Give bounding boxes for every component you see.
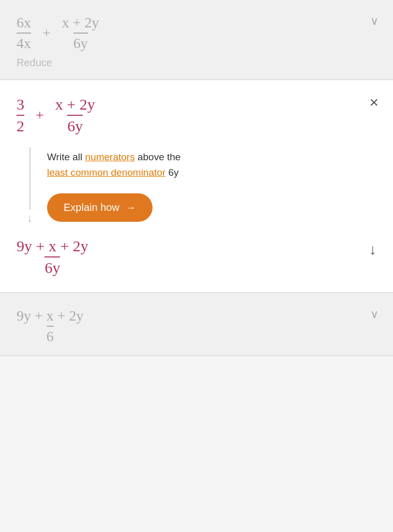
vertical-line: [29, 147, 31, 209]
step-text-part2: above the: [135, 151, 181, 162]
numerators-link[interactable]: numerators: [85, 151, 135, 162]
top-chevron-button[interactable]: ∨: [370, 14, 379, 28]
top-collapsed-section: ∨ 6x 4x + x + 2y 6y Reduce: [0, 0, 393, 80]
download-button[interactable]: ↓: [369, 241, 376, 258]
step-text-part1: Write all: [47, 151, 85, 162]
bottom-chevron-button[interactable]: ∨: [370, 308, 379, 321]
top-frac1-numerator: 6x: [17, 14, 31, 33]
result-fraction: 9y + x + 2y 6y: [17, 237, 88, 277]
top-fraction-2: x + 2y 6y: [62, 14, 99, 52]
active-fraction-1: 3 2: [17, 96, 24, 135]
close-button[interactable]: ×: [369, 95, 379, 110]
step-text-part3: 6y: [165, 167, 178, 178]
active-fraction-2: x + 2y 6y: [55, 96, 95, 135]
step-explanation: Write all numerators above the least com…: [47, 149, 376, 181]
active-frac2-numerator: x + 2y: [55, 96, 95, 115]
reduce-label: Reduce: [17, 57, 376, 69]
explain-how-button[interactable]: Explain how →: [47, 193, 153, 222]
lcd-link[interactable]: least common denominator: [47, 167, 165, 178]
active-frac1-numerator: 3: [17, 96, 24, 115]
bottom-collapsed-section: ∨ 9y + x + 2y 6: [0, 293, 393, 356]
result-denominator: 6y: [44, 256, 60, 277]
top-plus-operator: +: [42, 25, 51, 41]
close-icon: ×: [369, 94, 379, 111]
top-frac1-denominator: 4x: [17, 33, 31, 52]
active-plus-operator: +: [36, 107, 44, 124]
bottom-frac-numerator: 9y + x + 2y: [17, 308, 84, 326]
result-expression: 9y + x + 2y 6y: [17, 237, 88, 277]
top-expression: 6x 4x + x + 2y 6y: [17, 14, 99, 52]
bottom-fraction: 9y + x + 2y 6: [17, 308, 84, 345]
explain-arrow-icon: →: [126, 202, 136, 214]
active-expression: 3 2 + x + 2y 6y: [17, 96, 95, 135]
step-container: ↓ Write all numerators above the least c…: [27, 147, 376, 225]
top-frac2-denominator: 6y: [73, 33, 88, 52]
explain-button-label: Explain how: [64, 202, 119, 214]
active-frac2-denominator: 6y: [67, 115, 83, 135]
chevron-down-icon-2: ∨: [370, 308, 379, 321]
chevron-down-icon: ∨: [370, 14, 379, 27]
bottom-frac-denominator: 6: [47, 326, 54, 345]
step-arrow-down: ↓: [27, 211, 33, 225]
top-fraction-1: 6x 4x: [17, 14, 31, 52]
download-icon: ↓: [369, 241, 376, 257]
top-frac2-numerator: x + 2y: [62, 14, 99, 33]
step-content: Write all numerators above the least com…: [47, 147, 376, 225]
step-line: ↓: [27, 147, 33, 225]
result-section: 9y + x + 2y 6y ↓: [17, 237, 376, 277]
active-section: × 3 2 + x + 2y 6y ↓ Write all numerators…: [0, 80, 393, 293]
result-numerator: 9y + x + 2y: [17, 237, 88, 256]
active-frac1-denominator: 2: [17, 115, 24, 135]
bottom-expression: 9y + x + 2y 6: [17, 308, 84, 345]
